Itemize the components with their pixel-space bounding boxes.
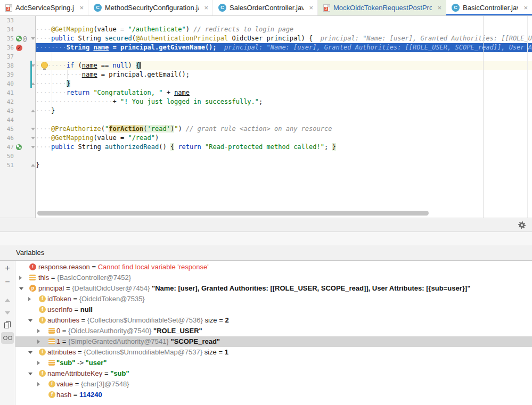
code-text[interactable]: ········if (name == null) { [36, 61, 532, 70]
code-text[interactable]: ········} [36, 79, 532, 88]
duplicate-button[interactable] [1, 319, 14, 330]
breakpoint-icon[interactable]: ✓ [16, 45, 22, 51]
code-text[interactable] [36, 115, 532, 125]
code-text[interactable]: ············name = principal.getEmail(); [36, 70, 532, 79]
fold-marker[interactable] [30, 137, 36, 139]
variable-row[interactable]: fhash = 114240 [15, 390, 532, 400]
chevron-right-icon[interactable] [37, 329, 40, 333]
chevron-down-icon[interactable] [28, 373, 32, 375]
variable-row[interactable]: fidToken = {OidcIdToken@7535} [15, 294, 532, 304]
variable-row[interactable]: "sub" -> "user" [15, 358, 532, 368]
show-watches-button[interactable] [1, 332, 14, 344]
token-injp: ( [143, 125, 147, 133]
chevron-right-icon[interactable] [28, 297, 31, 301]
close-icon[interactable]: × [435, 4, 441, 12]
tab-basiccontroller-java[interactable]: BasicController.java× [446, 0, 532, 15]
variable-text: attributes = {Collections$UnmodifiableMa… [47, 347, 228, 358]
variable-row[interactable]: fnameAttributeKey = "sub" [15, 368, 532, 379]
vcs-change-marker[interactable] [30, 61, 32, 88]
token-pl: = principal.getGivenName(); [109, 44, 216, 51]
code-text[interactable]: ····@GetMapping(value = "/read") [36, 134, 532, 143]
close-icon[interactable]: × [521, 4, 528, 12]
add-watch-button[interactable]: + [1, 263, 14, 274]
code-text[interactable]: ····public String authorizedRead() { ret… [36, 143, 532, 152]
code-text[interactable]: ····public String secured(@Authenticatio… [36, 34, 532, 43]
variable-row[interactable]: fuserInfo = null [15, 304, 532, 315]
token-ws: ···· [36, 125, 51, 133]
chevron-down-icon[interactable] [19, 287, 23, 290]
code-text[interactable]: ····@GetMapping(value = "/authenticate")… [36, 25, 532, 34]
close-icon[interactable]: × [77, 4, 84, 12]
variable-row[interactable]: fattributes = {Collections$UnmodifiableM… [15, 347, 532, 358]
code-text[interactable]: ········String name = principal.getGiven… [36, 43, 532, 52]
variable-row[interactable]: this = {BasicController@7452} [15, 272, 532, 283]
chevron-right-icon[interactable] [37, 382, 40, 386]
token-pl: ) [186, 26, 193, 33]
close-icon[interactable]: × [307, 4, 313, 12]
token-brteal: } [67, 80, 70, 87]
value-segment: Cannot find local variable 'response' [98, 263, 209, 271]
variable-row[interactable]: pprincipal = {DefaultOidcUser@7454} "Nam… [15, 283, 532, 294]
code-text[interactable] [36, 16, 532, 25]
tab-methodsecurityconfiguration-java[interactable]: MethodSecurityConfiguration.java× [88, 0, 213, 15]
token-ws: ···· [36, 35, 51, 42]
field-icon: f [39, 317, 46, 324]
intention-bulb-icon[interactable] [41, 62, 48, 69]
variable-text: "sub" -> "user" [56, 358, 107, 368]
fold-marker[interactable] [30, 164, 36, 167]
fold-marker[interactable] [30, 37, 36, 40]
code-text[interactable]: ····················+ "! You just logged… [36, 97, 532, 106]
code-editor[interactable]: 3334····@GetMapping(value = "/authentica… [0, 16, 532, 218]
close-icon[interactable]: × [202, 4, 208, 12]
chevron-right-icon[interactable] [37, 340, 40, 344]
variable-row[interactable]: 1 = {SimpleGrantedAuthority@7541} "SCOPE… [15, 336, 532, 347]
variable-text: response.reason = Cannot find local vari… [38, 262, 209, 272]
code-lines: 3334····@GetMapping(value = "/authentica… [0, 16, 532, 170]
value-segment: idToken [47, 295, 71, 303]
fold-marker[interactable] [30, 146, 36, 148]
chevron-right-icon[interactable] [19, 276, 22, 280]
code-text[interactable]: ····@PreAuthorize("forAction('read')") /… [36, 125, 532, 134]
token-pl: String [67, 44, 94, 51]
code-text[interactable]: } [36, 161, 532, 170]
value-segment: null [80, 305, 93, 313]
settings-gear-icon[interactable] [518, 221, 526, 229]
horizontal-scrollbar[interactable] [37, 211, 429, 216]
code-text[interactable]: ········return "Congratulation, " + name [36, 88, 532, 97]
value-segment: 1 [225, 348, 228, 356]
value-segment: userInfo [47, 305, 72, 313]
right-margin-guide [483, 16, 484, 218]
code-text[interactable] [36, 152, 532, 161]
variables-toolbar: +− [0, 261, 15, 405]
tab-mockoidctokenrequestpostprocessor-java[interactable]: MockOidcTokenRequestPostProcessor.java× [318, 0, 446, 15]
gutter-cell: 42 [0, 97, 36, 106]
fold-marker[interactable] [30, 128, 36, 130]
token-pl: ( [132, 35, 136, 42]
remove-watch-button[interactable]: − [1, 277, 14, 287]
chevron-down-icon[interactable] [28, 351, 32, 354]
variable-row[interactable]: fauthorities = {Collections$Unmodifiable… [15, 315, 532, 326]
tri-down-icon [5, 311, 10, 315]
value-segment: = [90, 263, 98, 271]
code-line-39: 39············name = principal.getEmail(… [0, 70, 532, 79]
variables-tree[interactable]: !response.reason = Cannot find local var… [15, 262, 532, 405]
variable-row[interactable]: !response.reason = Cannot find local var… [15, 262, 532, 272]
gutter-cell: 34 [0, 25, 36, 34]
class-icon [218, 4, 226, 12]
code-line-46: 46····@GetMapping(value = "/read") [0, 134, 532, 143]
chevron-down-icon[interactable] [28, 319, 32, 322]
token-pl: String [74, 143, 105, 151]
fold-marker[interactable] [30, 110, 36, 112]
line-number: 51 [0, 161, 14, 170]
code-text[interactable]: ····} [36, 106, 532, 115]
code-text[interactable] [36, 52, 532, 61]
variable-row[interactable]: 0 = {OidcUserAuthority@7540} "ROLE_USER" [15, 326, 532, 336]
chevron-right-icon[interactable] [37, 361, 40, 365]
token-pl: (value = [93, 134, 128, 142]
tab-adcservicespring-java[interactable]: AdcServiceSpring.java× [0, 0, 88, 15]
token-pl: (value = [93, 26, 128, 33]
tab-salesordercontroller-java[interactable]: SalesOrderController.java× [213, 0, 318, 15]
move-up-button[interactable] [1, 295, 14, 305]
move-down-button[interactable] [1, 308, 14, 318]
variable-row[interactable]: fvalue = {char[3]@7548} [15, 379, 532, 390]
